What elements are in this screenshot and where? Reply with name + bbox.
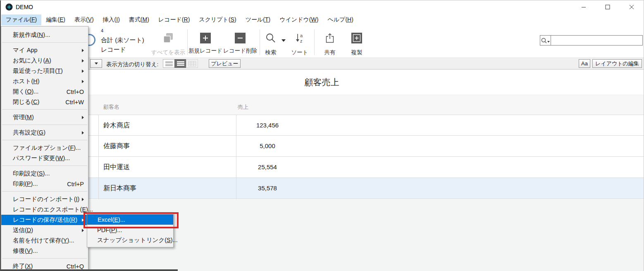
submenu-arrow-icon [82,80,84,83]
file-menu: 新規作成(N)... マイ App お気に入り(A) 最近使った項目(T) ホス… [1,26,88,271]
table-view-button[interactable] [186,59,198,68]
menubar-item-window[interactable]: ウインドウ(W) [275,14,323,25]
menu-separator [2,191,87,192]
file-menu-item-change-password[interactable]: パスワード変更(W)... [1,153,88,163]
close-button[interactable] [620,0,644,14]
file-menu-item-my-app[interactable]: マイ App [1,45,88,55]
file-menu-item-sharing-settings[interactable]: 共有設定(G) [1,127,88,138]
menu-separator [2,258,87,259]
sort-button[interactable]: az ソート [289,33,310,56]
delete-record-button[interactable]: レコード削除 [222,33,258,55]
file-menu-item-manage[interactable]: 管理(M) [1,112,88,122]
find-options-caret-icon[interactable] [281,39,286,42]
menubar-item-file[interactable]: ファイル(F) [1,14,41,25]
file-menu-item-new[interactable]: 新規作成(N)... [1,30,88,40]
record-count: 4 [101,29,144,33]
quick-find-input[interactable] [551,36,642,45]
submenu-item-snapshot-link[interactable]: スナップショットリンク(S)... [87,235,173,245]
customer-name-cell: 鈴木商店 [103,115,130,136]
menubar-item-records[interactable]: レコード(R) [154,14,194,25]
quick-find-box [540,35,643,46]
preview-button[interactable]: プレビュー [209,59,241,68]
record-list: 鈴木商店 123,456 佐藤商事 5,000 田中運送 25,554 新日本商… [0,115,644,199]
share-icon [324,33,335,45]
file-menu-item-export-records[interactable]: レコードのエクスポート(E)... [1,204,88,215]
file-menu-item-save-as[interactable]: 名前を付けて保存(Y)... [1,235,88,246]
window-title: DEMO [16,4,33,10]
submenu-arrow-icon [82,229,84,232]
window-left-edge [0,0,1,271]
table-row[interactable]: 鈴木商店 123,456 [0,115,644,136]
annotation-highlight-box [83,212,179,228]
file-menu-item-send[interactable]: 送信(D) [1,225,88,235]
quick-find-search-icon[interactable] [540,36,551,45]
file-menu-item-close[interactable]: 閉じる(C)Ctrl+W [1,97,88,107]
submenu-arrow-icon [82,49,84,52]
view-switch-label: 表示方法の切り替え: [106,61,158,68]
file-menu-item-hosts[interactable]: ホスト(H) [1,76,88,86]
show-all-button[interactable]: すべてを表示 [148,33,189,56]
edit-layout-button[interactable]: レイアウトの編集 [592,59,642,68]
menu-bar: ファイル(F) 編集(E) 表示(V) 挿入(I) 書式(M) レコード(R) … [0,14,644,26]
table-row[interactable]: 佐藤商事 5,000 [0,136,644,157]
list-view-button[interactable] [174,59,186,68]
menubar-item-scripts[interactable]: スクリプト(S) [194,14,241,25]
menu-separator [2,42,87,43]
file-menu-item-recent-items[interactable]: 最近使った項目(T) [1,66,88,76]
minimize-button[interactable] [572,0,596,14]
dropdown-caret-icon [95,62,98,65]
new-record-button[interactable]: 新規レコード [188,33,223,55]
view-switch [163,59,198,68]
page-title: 顧客売上 [0,77,644,88]
title-bar: DEMO [0,0,644,14]
duplicate-icon [351,33,362,45]
search-icon [265,33,276,45]
form-view-button[interactable] [163,59,175,68]
svg-text:a: a [300,33,303,38]
file-menu-item-recover[interactable]: 修復(V)... [1,246,88,256]
show-all-icon [163,33,174,45]
customer-name-cell: 佐藤商事 [103,136,130,156]
maximize-button[interactable] [596,0,620,14]
record-info: 4 合計 (未ソート) レコード [101,29,144,53]
menubar-item-view[interactable]: 表示(V) [70,14,98,25]
table-row-active[interactable]: 新日本商事 35,578 [0,178,644,199]
customer-name-cell: 新日本商事 [103,178,136,199]
menu-separator [2,125,87,125]
menubar-item-help[interactable]: ヘルプ(H) [323,14,358,25]
file-menu-item-print-setup[interactable]: 印刷設定(S)... [1,168,88,179]
find-button[interactable]: 検索 [260,33,281,56]
duplicate-button[interactable]: 複製 [347,33,366,56]
found-count-label: 合計 (未ソート) [101,37,144,43]
quick-find-caret-icon [547,41,550,43]
file-menu-item-print[interactable]: 印刷(P)...Ctrl+P [1,179,88,189]
layout-bar: 表示方法の切り替え: プレビュー Aa レイアウトの編集 [0,58,644,70]
file-menu-item-open[interactable]: 開く(O)...Ctrl+O [1,86,88,97]
sales-cell: 25,554 [236,157,299,177]
status-toolbar: 4 合計 (未ソート) レコード すべてを表示 新規レコード レコード削除 検索… [0,26,644,58]
submenu-arrow-icon [82,70,84,73]
file-menu-item-save-send-records[interactable]: レコードの保存/送信(R) [1,215,88,225]
submenu-arrow-icon [82,59,84,62]
window-controls [572,0,644,14]
formatting-bar-button[interactable]: Aa [579,59,590,68]
file-menu-item-favorites[interactable]: お気に入り(A) [1,55,88,66]
file-menu-item-file-options[interactable]: ファイルオプション(F)... [1,143,88,153]
sales-cell: 5,000 [236,136,299,156]
menubar-item-tools[interactable]: ツール(T) [241,14,275,25]
sales-cell: 35,578 [236,178,299,199]
svg-text:z: z [300,38,303,43]
customer-name-cell: 田中運送 [103,157,130,177]
layout-dropdown-button[interactable] [90,59,102,68]
menu-separator [2,140,87,140]
file-menu-item-import-records[interactable]: レコードのインポート(I) [1,194,88,204]
menubar-item-insert[interactable]: 挿入(I) [98,14,124,25]
column-header-sales: 売上 [238,103,248,111]
app-icon [5,3,13,12]
new-record-icon [200,33,211,43]
menubar-item-edit[interactable]: 編集(E) [41,14,70,25]
submenu-arrow-icon [82,116,84,119]
menubar-item-format[interactable]: 書式(M) [124,14,154,25]
table-row[interactable]: 田中運送 25,554 [0,157,644,178]
share-button[interactable]: 共有 [320,33,339,56]
